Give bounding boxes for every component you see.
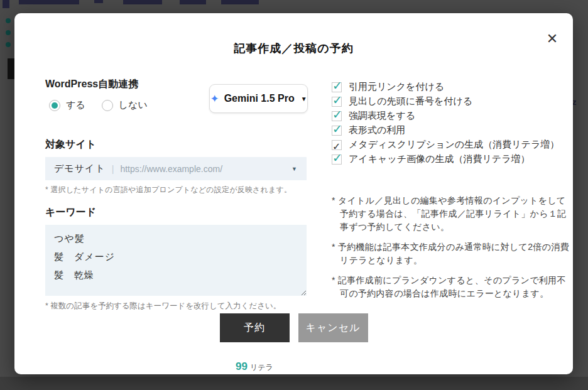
target-site-select[interactable]: デモサイト | https://www.example.com/ ▼ — [45, 157, 307, 180]
target-site-section: 対象サイト デモサイト | https://www.example.com/ ▼… — [45, 138, 307, 195]
schedule-post-modal: ✕ 記事作成／投稿の予約 WordPress自動連携 する しない ✦ Gemi… — [14, 13, 573, 374]
wordpress-autolink-row: WordPress自動連携 する しない ✦ Gemini 1.5 Pro ▼ — [45, 78, 307, 126]
model-selector-button[interactable]: ✦ Gemini 1.5 Pro ▼ — [209, 84, 308, 113]
background-heading-fragment — [19, 0, 79, 4]
checkbox-icon: ✓ — [332, 82, 342, 92]
check-icon: ✓ — [332, 141, 340, 152]
check-icon: ✓ — [332, 123, 342, 135]
target-site-note: * 選択したサイトの言語や追加プロンプトなどの設定が反映されます。 — [45, 185, 307, 195]
radio-circle-icon — [49, 100, 60, 111]
keywords-section: キーワード つや髪 髪 ダメージ 髪 乾燥 * 複数の記事を予約する際はキーワー… — [45, 206, 307, 311]
checkbox-label: メタディスクリプションの生成（消費リテラ増） — [349, 139, 559, 151]
keywords-textarea[interactable]: つや髪 髪 ダメージ 髪 乾燥 — [45, 225, 307, 296]
target-site-name: デモサイト — [54, 163, 106, 175]
checkbox-eyecatch-image[interactable]: ✓ アイキャッチ画像の生成（消費リテラ増） — [332, 152, 570, 166]
radio-wordpress-on[interactable]: する — [49, 99, 85, 111]
checkbox-label: アイキャッチ画像の生成（消費リテラ増） — [349, 153, 530, 165]
background-bullet — [6, 18, 11, 23]
cost-display: 99リテラ — [220, 355, 290, 373]
background-heading-fragment — [221, 0, 259, 4]
checkbox-icon: ✓ — [332, 97, 342, 107]
checkbox-emphasis[interactable]: ✓ 強調表現をする — [332, 109, 570, 123]
check-icon: ✓ — [332, 94, 342, 106]
target-site-separator: | — [112, 164, 114, 174]
cost-row: 99リテラ — [14, 355, 573, 373]
chevron-down-icon: ▼ — [301, 95, 307, 102]
radio-label: しない — [119, 99, 148, 111]
checkbox-icon: ✓ — [332, 111, 342, 121]
radio-label: する — [66, 99, 85, 111]
action-buttons: 予約 キャンセル — [14, 313, 573, 342]
background-footer-bar — [0, 377, 588, 390]
cost-value: 99 — [236, 360, 248, 372]
target-site-url: https://www.example.com/ — [120, 164, 222, 174]
checkbox-label: 強調表現をする — [349, 110, 415, 122]
checkbox-meta-description[interactable]: ✓ メタディスクリプションの生成（消費リテラ増） — [332, 138, 570, 152]
background-heading-fragment — [180, 0, 206, 4]
background-heading-icon — [3, 0, 9, 8]
checkbox-tables[interactable]: ✓ 表形式の利用 — [332, 123, 570, 138]
background-bullet — [6, 30, 11, 35]
cost-unit: リテラ — [250, 363, 273, 372]
checkbox-icon: ✓ — [332, 140, 342, 150]
right-column: ✓ 引用元リンクを付ける ✓ 見出しの先頭に番号を付ける ✓ 強調表現をする ✓… — [332, 80, 570, 300]
target-site-label: 対象サイト — [45, 138, 307, 151]
checkbox-label: 表形式の利用 — [349, 124, 405, 136]
background-heading-fragment — [123, 0, 162, 4]
checkbox-source-link[interactable]: ✓ 引用元リンクを付ける — [332, 80, 570, 94]
submit-button[interactable]: 予約 — [220, 313, 290, 342]
note-paragraph: * 予約機能は記事本文作成分のみ通常時に対して2倍の消費リテラとなります。 — [332, 241, 570, 267]
checkbox-icon: ✓ — [332, 126, 342, 136]
checkbox-label: 見出しの先頭に番号を付ける — [349, 95, 472, 107]
background-bullet — [6, 42, 11, 47]
checkbox-label: 引用元リンクを付ける — [349, 81, 444, 93]
radio-wordpress-off[interactable]: しない — [102, 99, 148, 111]
background-heading-fragment — [94, 0, 103, 3]
note-paragraph: * タイトル／見出しの編集や参考情報のインプットをして予約する場合は、「記事作成… — [332, 194, 570, 234]
modal-title: 記事作成／投稿の予約 — [14, 41, 573, 56]
left-column: WordPress自動連携 する しない ✦ Gemini 1.5 Pro ▼ … — [45, 78, 307, 311]
gemini-sparkle-icon: ✦ — [210, 92, 219, 106]
notes-list: * タイトル／見出しの編集や参考情報のインプットをして予約する場合は、「記事作成… — [332, 194, 570, 300]
check-icon: ✓ — [332, 109, 342, 121]
checkbox-icon: ✓ — [332, 154, 342, 165]
cancel-button[interactable]: キャンセル — [298, 313, 368, 342]
keywords-note: * 複数の記事を予約する際はキーワードを改行して入力ください。 — [45, 301, 307, 311]
note-paragraph: * 記事作成前にプランダウンすると、そのプランで利用不可の予約内容の場合は作成時… — [332, 274, 570, 300]
cost-spacer — [298, 355, 368, 373]
checkbox-heading-numbers[interactable]: ✓ 見出しの先頭に番号を付ける — [332, 94, 570, 109]
radio-circle-icon — [102, 100, 113, 111]
check-icon: ✓ — [332, 80, 342, 92]
keywords-label: キーワード — [45, 206, 307, 219]
model-selector-label: Gemini 1.5 Pro — [224, 93, 295, 104]
check-icon: ✓ — [332, 152, 342, 164]
chevron-down-icon: ▼ — [291, 166, 297, 172]
